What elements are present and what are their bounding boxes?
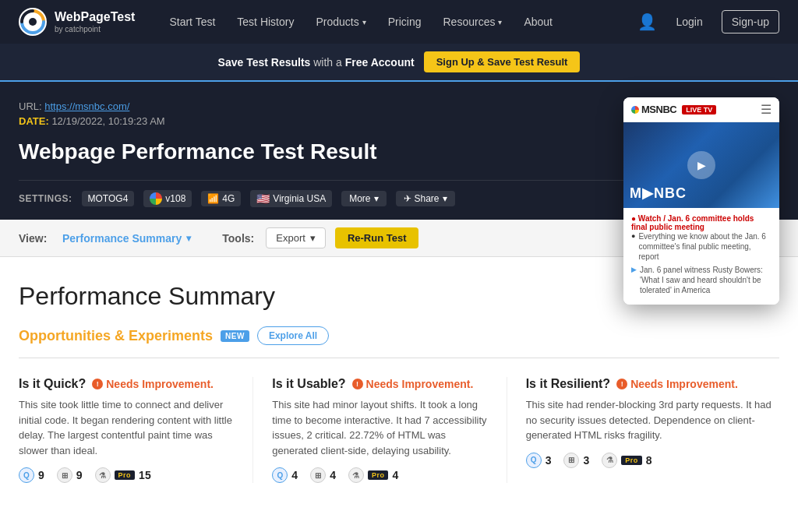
connection-label: 4G [222,193,235,204]
score-usable-1: Q 4 [272,467,298,483]
score-resilient-3: ⚗ Pro 8 [602,453,651,468]
score-resilient-2-value: 3 [583,454,589,467]
score-usable-2: ⊞ 4 [310,467,336,483]
thumb-hero-image: ▶ M▶NBC [623,122,779,208]
metric-resilient-title: Is it Resilient? [526,377,610,391]
export-button[interactable]: Export ▾ [266,227,326,248]
divider [19,358,779,358]
nav-products[interactable]: Products▾ [306,9,375,34]
opportunities-title: Opportunities & Experiments [19,328,213,344]
tools-label: Tools: [222,232,256,245]
score-quick-1: Q 9 [19,467,44,483]
nav-about[interactable]: About [514,9,562,34]
score-quick-1-value: 9 [38,469,44,481]
thumb-logo: MSNBC [641,104,676,115]
score-resilient-1: Q 3 [526,453,552,468]
view-selector[interactable]: Performance Summary ▾ [62,232,191,245]
score-quick-2-icon: ⊞ [57,467,72,483]
opportunities-header: Opportunities & Experiments NEW Explore … [19,326,779,345]
more-chevron-icon: ▾ [374,193,379,204]
signup-button[interactable]: Sign-up [722,10,779,33]
score-resilient-3-icon: ⚗ [602,453,617,468]
nav-test-history[interactable]: Test History [228,9,303,34]
resources-chevron-icon: ▾ [498,18,502,26]
date-label: DATE: [19,115,49,127]
score-usable-1-value: 4 [291,469,298,481]
nav-start-test[interactable]: Start Test [160,9,224,34]
score-quick-3-value: 15 [139,469,151,481]
thumb-live-badge: LIVE TV [682,105,716,115]
device-tag: MOTOG4 [82,191,135,206]
metric-usable-header: Is it Usable? ! Needs Improvement. [272,377,487,391]
score-usable-2-value: 4 [330,469,336,481]
chrome-icon [150,192,162,205]
connection-tag: 📶 4G [201,191,241,206]
score-usable-3-value: 4 [392,469,398,481]
thumb-msnbc-watermark: M▶NBC [630,185,687,202]
metric-usable: Is it Usable? ! Needs Improvement. This … [272,377,507,483]
location-tag: 🇺🇸 Virginia USA [250,190,332,207]
nbc-peacock-icon [631,106,639,114]
flag-icon: 🇺🇸 [256,192,270,205]
location-label: Virginia USA [273,193,326,204]
more-dropdown[interactable]: More ▾ [341,191,386,206]
thumb-article-2: ▶ Jan. 6 panel witness Rusty Bowers: 'Wh… [631,265,772,295]
view-selected-label: Performance Summary [62,232,182,245]
score-resilient-1-value: 3 [546,454,552,467]
user-icon[interactable]: 👤 [637,12,657,31]
login-button[interactable]: Login [666,11,711,33]
navbar: WebPageTest by catchpoint Start Test Tes… [0,0,798,44]
score-resilient-3-value: 8 [646,454,652,467]
share-dropdown[interactable]: ✈ Share ▾ [396,191,455,206]
pro-badge-quick: Pro [115,470,136,480]
products-chevron-icon: ▾ [362,18,366,26]
thumb-articles: ● Everything we know about the Jan. 6 co… [631,231,772,295]
view-label: View: [19,232,53,245]
score-resilient-2: ⊞ 3 [563,453,589,468]
pro-badge-resilient: Pro [621,456,642,465]
metric-quick-status: ! Needs Improvement. [92,378,214,390]
score-resilient-2-icon: ⊞ [563,453,579,468]
metric-resilient-header: Is it Resilient? ! Needs Improvement. [526,377,779,391]
nav-links: Start Test Test History Products▾ Pricin… [160,9,637,34]
metric-quick-desc: This site took little time to connect an… [19,397,234,458]
metric-quick-title: Is it Quick? [19,377,86,391]
test-url-link[interactable]: https://msnbc.com/ [44,100,129,112]
score-quick-1-icon: Q [19,467,34,483]
metric-quick-header: Is it Quick? ! Needs Improvement. [19,377,234,391]
metric-quick-status-icon: ! [92,379,103,389]
brand-sub: by catchpoint [55,25,135,34]
view-dropdown-icon: ▾ [186,233,191,244]
explore-all-button[interactable]: Explore All [257,326,329,345]
brand-name: WebPageTest [55,9,135,24]
test-date-value: 12/19/2022, 10:19:23 AM [51,115,164,127]
browser-version: v108 [165,193,185,204]
banner-text: Save Test Results with a Free Account [218,56,415,69]
thumb-watch-label: ● Watch / Jan. 6 committee holds final p… [631,214,772,231]
logo[interactable]: WebPageTest by catchpoint [19,8,135,36]
metrics-grid: Is it Quick? ! Needs Improvement. This s… [19,377,779,483]
metric-usable-status: ! Needs Improvement. [352,378,474,390]
score-usable-3: ⚗ Pro 4 [348,467,398,483]
device-label: MOTOG4 [88,193,129,204]
score-quick-2: ⊞ 9 [57,467,83,483]
settings-label: SETTINGS: [19,193,72,204]
metric-resilient-status: ! Needs Improvement. [616,378,738,390]
metric-usable-desc: This site had minor layout shifts. It to… [272,397,487,458]
score-resilient-1-icon: Q [526,453,542,468]
signup-save-button[interactable]: Sign Up & Save Test Result [424,51,581,72]
metric-usable-status-icon: ! [352,379,363,389]
signal-icon: 📶 [207,193,219,204]
nav-pricing[interactable]: Pricing [379,9,431,34]
test-header: URL: https://msnbc.com/ DATE: 12/19/2022… [0,82,798,220]
score-usable-3-icon: ⚗ [348,467,364,483]
metric-resilient-desc: This site had render-blocking 3rd party … [526,397,779,443]
rerun-button[interactable]: Re-Run Test [335,227,419,248]
tools-control: Tools: Export ▾ Re-Run Test [222,227,418,248]
export-chevron-icon: ▾ [310,232,316,244]
thumb-play-icon: ▶ [687,151,715,179]
browser-tag: v108 [143,190,192,207]
metric-usable-scores: Q 4 ⊞ 4 ⚗ Pro 4 [272,467,487,483]
nav-resources[interactable]: Resources▾ [434,9,512,34]
pro-badge-usable: Pro [368,470,389,480]
